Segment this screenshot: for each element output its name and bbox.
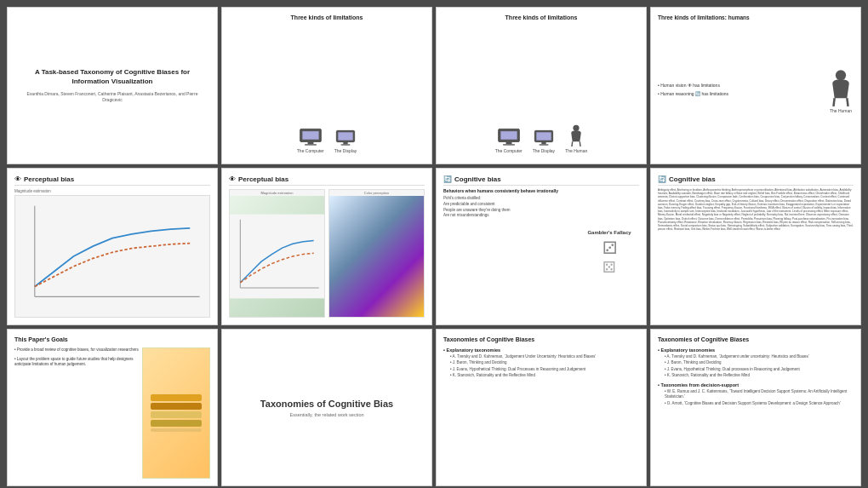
slide-4-bullets: Human vision 👁 has limitations Human rea… <box>658 83 828 100</box>
cognitive-bullet-2: People are unaware they're doing them <box>443 208 576 212</box>
slide-7-header: 🔄 Cognitive bias <box>443 175 639 186</box>
goals-bar-3 <box>151 411 202 418</box>
slide-12-items-2: W. E. Ramus and J. C. Kattenmans, 'Towar… <box>658 389 854 405</box>
tax-item-11-3: J. Evans, Hypothetical Thinking: Dual Pr… <box>450 367 639 372</box>
slide-7[interactable]: 🔄 Cognitive bias Behaviors when humans c… <box>436 168 647 325</box>
chart-label-6-2: Color perception <box>329 190 424 196</box>
slide-12-items-1: A. Tversky and D. Kahneman, 'Judgement u… <box>658 354 854 378</box>
human-label-3: The Human <box>565 148 587 153</box>
slide-4-content: Human vision 👁 has limitations Human rea… <box>658 26 854 157</box>
cognitive-icon-8: 🔄 <box>658 175 666 183</box>
svg-rect-13 <box>536 132 551 140</box>
goals-bar-4 <box>151 420 202 427</box>
goals-bar-2 <box>151 403 202 410</box>
display-item-3: The Display <box>533 129 555 153</box>
tax-item-12-6: O. Arnott, 'Cognitive Biases and Decisio… <box>665 401 854 406</box>
tax-item-11-1: A. Tversky and D. Kahneman, 'Judgement U… <box>450 354 639 359</box>
svg-line-20 <box>833 98 834 106</box>
slide-2[interactable]: Three kinds of limitations The Computer <box>221 7 432 164</box>
slide-10-title: Taxonomies of Cognitive Bias <box>260 399 393 409</box>
svg-line-21 <box>847 98 848 106</box>
display-label: The Display <box>334 148 357 153</box>
computer-item: The Computer <box>297 128 324 153</box>
slide-12[interactable]: Taxonomies of Cognitive Biases Explanato… <box>650 329 861 486</box>
slide-11[interactable]: Taxonomies of Cognitive Biases Explanato… <box>436 329 647 486</box>
svg-point-16 <box>574 125 580 131</box>
slide-grid: A Task-based Taxonomy of Cognitive Biase… <box>0 0 868 488</box>
slide-11-section-1: Explanatory taxonomies A. Tversky and D.… <box>443 347 639 379</box>
slide-6[interactable]: 👁 Perceptual bias Magnitude estimation C… <box>221 168 432 325</box>
slide-12-section-header-1: Explanatory taxonomies <box>658 347 854 353</box>
slide-7-left: Behaviors when humans consistently behav… <box>443 188 576 318</box>
cognitive-icon-7: 🔄 <box>443 175 452 183</box>
bullet-vision: Human vision 👁 has limitations <box>658 83 825 89</box>
svg-rect-5 <box>338 132 352 140</box>
svg-point-19 <box>836 70 846 80</box>
perceptual-title-5: Perceptual bias <box>24 175 74 183</box>
tax-item-12-2: J. Baron, Thinking and Deciding <box>665 360 854 365</box>
slide-1[interactable]: A Task-based Taxonomy of Cognitive Biase… <box>7 7 218 164</box>
svg-rect-2 <box>307 142 313 145</box>
slide-8[interactable]: 🔄 Cognitive bias Ambiguity effect, Ancho… <box>650 168 861 325</box>
display-item: The Display <box>334 129 357 153</box>
chart-label-5: Magnitude estimation <box>14 189 210 193</box>
tax-item-12-5: W. E. Ramus and J. C. Kattenmans, 'Towar… <box>665 389 854 399</box>
svg-line-18 <box>580 141 581 146</box>
slide-2-title: Three kinds of limitations <box>229 14 425 20</box>
human-item-3: The Human <box>565 124 587 153</box>
slide-10[interactable]: Taxonomies of Cognitive Bias Essentially… <box>221 329 432 486</box>
slide-9[interactable]: This Paper's Goals Provide a broad revie… <box>7 329 218 486</box>
perceptual-icon-6: 👁 <box>229 175 236 183</box>
slide-5[interactable]: 👁 Perceptual bias Magnitude estimation <box>7 168 218 325</box>
human-label-4: The Human <box>830 108 852 113</box>
human-icon-4 <box>828 69 854 106</box>
goals-bullet-2: Layout the problem space to guide future… <box>14 357 139 367</box>
slide-11-section-header-1: Explanatory taxonomies <box>443 347 639 353</box>
tax-item-12-3: J. Evans, Hypothetical Thinking: Dual pr… <box>665 367 854 372</box>
svg-rect-11 <box>503 144 515 145</box>
human-icon-3 <box>568 124 584 146</box>
computer-label-3: The Computer <box>495 148 523 153</box>
slide-9-content: Provide a broad review of cognitive bias… <box>14 347 210 479</box>
computer-icon-3 <box>497 128 521 146</box>
display-icon-3 <box>534 129 554 146</box>
slide-4-title: Three kinds of limitations: humans <box>658 14 854 20</box>
slide-7-right: Gambler's Fallacy ⚂ ⚄ <box>580 188 639 318</box>
computer-label: The Computer <box>297 148 324 153</box>
perceptual-title-6: Perceptual bias <box>238 175 288 183</box>
slide-12-section-header-2: Taxonomies from decision-support <box>658 382 854 388</box>
chart-area-5 <box>14 195 210 318</box>
chart-mini-1: Magnitude estimation <box>229 189 325 318</box>
slide-3-title: Three kinds of limitations <box>443 14 639 20</box>
svg-rect-1 <box>302 131 318 140</box>
slide-4[interactable]: Three kinds of limitations: humans Human… <box>650 7 861 164</box>
slide-8-header: 🔄 Cognitive bias <box>658 175 854 186</box>
slide-11-title: Taxonomies of Cognitive Biases <box>443 336 639 342</box>
slide-10-subtitle: Essentially, the related work section <box>289 412 363 417</box>
pohl-label: Pohl's criteria distilled: <box>443 196 576 200</box>
svg-rect-14 <box>541 142 545 145</box>
behaviors-title: Behaviors when humans consistently behav… <box>443 188 576 193</box>
slide-1-authors: Evanthia Dimara, Steven Franconeri, Cath… <box>18 91 207 103</box>
cognitive-title-8: Cognitive bias <box>669 175 716 183</box>
slide-3[interactable]: Three kinds of limitations The Computer <box>436 7 647 164</box>
svg-rect-10 <box>505 142 511 145</box>
chart-label-6-1: Magnitude estimation <box>230 190 324 196</box>
svg-rect-15 <box>540 144 549 145</box>
slide-12-title: Taxonomies of Cognitive Biases <box>658 336 854 342</box>
text-wall: Ambiguity effect, Anchoring or focalism,… <box>658 188 854 318</box>
cognitive-bullet-1: Are predictable and consistent <box>443 202 576 206</box>
goals-bar-5 <box>151 428 202 432</box>
tax-item-11-2: J. Baron, Thinking and Deciding <box>450 360 639 365</box>
slide-5-header: 👁 Perceptual bias <box>14 175 210 186</box>
svg-rect-7 <box>341 144 351 145</box>
human-item-4: The Human <box>828 69 854 113</box>
chart-area-6-1 <box>230 196 324 317</box>
slide-9-bullets: Provide a broad review of cognitive bias… <box>14 347 139 479</box>
svg-rect-9 <box>500 131 517 140</box>
computer-item-3: The Computer <box>495 128 523 153</box>
chart-mini-2: Color perception <box>328 189 425 318</box>
computer-icon <box>299 128 323 146</box>
display-icon <box>335 129 356 146</box>
slide-2-icons: The Computer The Display <box>229 26 425 157</box>
